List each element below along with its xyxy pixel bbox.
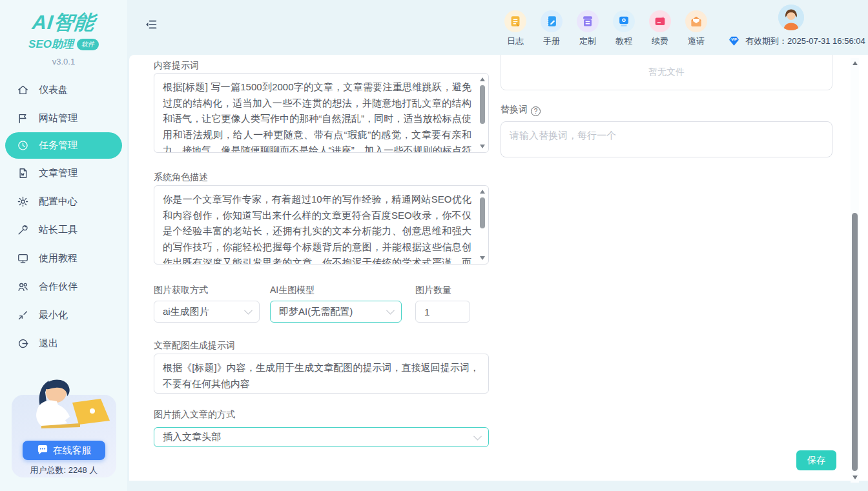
customer-service-card: 在线客服 用户总数: 2248 人 [12,395,116,477]
system-role-textarea[interactable]: 你是一个文章写作专家，有着超过10年的写作经验，精通网站SEO优化和内容创作，你… [154,185,489,265]
scroll-up-arrow[interactable] [480,190,485,194]
customer-service-illustration [16,373,112,444]
sidebar-item-dashboard[interactable]: 仪表盘 [0,75,127,104]
chevron-down-icon [244,306,253,315]
content-card: 内容提示词 根据[标题] 写一篇1500到2000字的文章，文章需要注重思维跳跃… [129,55,868,481]
ai-image-model-label: AI生图模型 [270,285,315,296]
sidebar-item-label: 使用教程 [39,252,78,265]
sidebar-item-label: 站长工具 [39,224,78,236]
logout-icon [17,337,29,350]
quick-link-invite[interactable]: 邀请 [678,10,714,47]
svg-text:VIP: VIP [731,37,737,41]
content-prompt-label: 内容提示词 [154,60,199,72]
scroll-thumb[interactable] [480,197,485,228]
textarea-scrollbar[interactable] [478,187,487,263]
logo-title: AI智能 [0,9,129,36]
app-logo: AI智能 SEO助理 软件 v3.0.1 [0,0,127,66]
online-support-label: 在线客服 [53,445,92,457]
scroll-thumb[interactable] [480,85,485,124]
user-avatar[interactable] [778,5,804,30]
quick-link-renew[interactable]: 续费 [642,10,678,47]
image-count-label: 图片数量 [415,285,451,296]
quick-links: 日志 手册 定制 教程 [497,10,714,47]
image-prompt-textarea[interactable]: 根据《[标题]》内容，生成用于生成文章配图的提示词，直接返回提示词，不要有任何其… [154,354,489,394]
file-list-box: 暂无文件 [501,55,832,90]
image-insert-label: 图片插入文章的方式 [154,409,235,421]
scroll-down-arrow[interactable] [480,256,485,260]
sidebar-item-webmaster-tools[interactable]: 站长工具 [0,215,127,244]
main-scrollbar[interactable] [851,58,859,483]
minimize-icon [17,309,29,321]
image-method-label: 图片获取方式 [154,285,208,296]
sidebar-item-partners[interactable]: 合作伙伴 [0,272,127,301]
sidebar-item-label: 仪表盘 [39,84,68,96]
gear-icon [17,195,29,208]
help-icon[interactable]: ? [531,106,541,116]
sidebar-item-tasks[interactable]: 任务管理 [5,132,122,159]
quick-link-log[interactable]: 日志 [497,10,533,47]
main-area: 日志 手册 定制 教程 [127,0,868,491]
sidebar: AI智能 SEO助理 软件 v3.0.1 仪表盘 网站管理 任务管理 文 [0,0,127,491]
sidebar-item-logout[interactable]: 退出 [0,329,127,357]
wrench-icon [17,224,29,236]
flag-icon [17,112,29,125]
sidebar-nav: 仪表盘 网站管理 任务管理 文章管理 配置中心 站长工具 [0,75,127,357]
sidebar-item-minimize[interactable]: 最小化 [0,301,127,329]
chevron-down-icon [386,306,395,315]
sidebar-item-label: 合作伙伴 [39,281,78,293]
log-icon [504,10,526,32]
partners-icon [17,281,29,293]
scroll-thumb[interactable] [852,213,858,471]
quick-link-label: 日志 [507,35,524,47]
sidebar-item-articles[interactable]: 文章管理 [0,159,127,187]
sidebar-item-tutorials[interactable]: 使用教程 [0,244,127,272]
vip-expiry-text: 有效期到：2025-07-31 16:56:04 [745,35,865,47]
image-prompt-label: 文章配图生成提示词 [154,340,235,352]
clock-icon [17,139,29,152]
scroll-down-arrow[interactable] [480,145,485,148]
quick-link-label: 手册 [543,35,560,47]
scroll-up-arrow[interactable] [852,61,858,65]
save-button[interactable]: 保存 [796,450,836,470]
sidebar-item-settings[interactable]: 配置中心 [0,187,127,215]
quick-link-label: 定制 [579,35,596,47]
image-count-input[interactable]: 1 [415,301,470,323]
sidebar-item-label: 退出 [39,337,58,350]
sidebar-item-label: 配置中心 [39,195,78,208]
ai-image-model-select[interactable]: 即梦AI(无需配置) [270,301,402,323]
file-list-empty-text: 暂无文件 [648,59,685,78]
quick-link-tutorial[interactable]: 教程 [606,10,642,47]
sidebar-item-label: 文章管理 [39,167,78,179]
vip-icon: VIP [727,35,741,47]
image-insert-select[interactable]: 插入文章头部 [154,427,489,447]
invite-icon [685,10,707,32]
customize-icon [577,10,599,32]
sidebar-item-websites[interactable]: 网站管理 [0,104,127,132]
document-icon [17,167,29,179]
replace-words-label: 替换词? [501,104,541,116]
quick-link-customize[interactable]: 定制 [570,10,606,47]
quick-link-manual[interactable]: 手册 [533,10,570,47]
quick-link-label: 续费 [652,35,668,47]
manual-icon [541,10,563,32]
image-method-select[interactable]: ai生成图片 [154,301,260,323]
sidebar-collapse-button[interactable] [145,18,158,31]
textarea-scrollbar[interactable] [478,75,487,151]
chevron-down-icon [473,432,482,440]
app-window: AI智能 SEO助理 软件 v3.0.1 仪表盘 网站管理 任务管理 文 [0,0,868,491]
quick-link-label: 教程 [615,35,632,47]
online-support-button[interactable]: 在线客服 [23,441,105,460]
logo-badge: 软件 [77,39,99,50]
scroll-down-arrow[interactable] [852,476,858,479]
vip-status: VIP 有效期到：2025-07-31 16:56:04 [727,35,865,47]
scroll-up-arrow[interactable] [480,77,485,81]
monitor-icon [17,252,29,265]
quick-link-label: 邀请 [688,35,705,47]
home-icon [17,84,29,96]
replace-words-textarea[interactable]: 请输入替换词，每行一个 [501,121,832,157]
user-count: 用户总数: 2248 人 [12,465,116,476]
content-prompt-textarea[interactable]: 根据[标题] 写一篇1500到2000字的文章，文章需要注重思维跳跃，避免过度的… [154,73,489,153]
tutorial-icon [613,10,635,32]
system-role-label: 系统角色描述 [154,172,208,183]
renew-icon [649,10,671,32]
